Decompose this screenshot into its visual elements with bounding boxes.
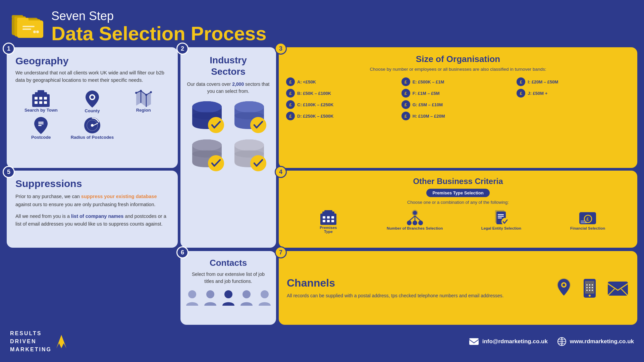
svg-rect-82 (17, 18, 29, 22)
db-icons (187, 100, 269, 173)
band-empty2 (517, 112, 630, 120)
size-heading: Size of Organisation (286, 54, 630, 64)
suppressions-para2: All we need from you is a list of compan… (15, 213, 169, 228)
size-subtitle: Choose by number or employees or all bus… (286, 66, 630, 73)
branches-text: Number of Branches Selection (387, 226, 443, 230)
brand-text: RESULTS DRIVEN MARKETING (10, 329, 52, 354)
svg-point-172 (586, 290, 588, 291)
svg-rect-131 (331, 216, 334, 219)
channel-icons (555, 278, 629, 298)
svg-rect-145 (498, 214, 504, 215)
industry-text: Our data covers over 2,000 sectors that … (186, 81, 270, 95)
svg-point-170 (589, 287, 590, 288)
suppress-bold: suppress your existing database (81, 194, 157, 199)
svg-point-97 (91, 96, 94, 99)
svg-point-167 (589, 284, 590, 286)
branches-selection-item: Number of Branches Selection (373, 209, 457, 230)
location-channel-icon (555, 278, 573, 298)
svg-rect-130 (327, 216, 330, 219)
band-j-text: J: £50M + (528, 91, 547, 96)
band-d-row: £ D: £250K – £500K (286, 112, 399, 120)
legal-entity-icon (492, 209, 510, 226)
person5-icon (257, 290, 272, 307)
svg-point-136 (413, 211, 417, 215)
band-b-row: £ B: £50K – £100K (286, 89, 399, 98)
svg-point-155 (188, 290, 196, 298)
main-grid: 1 Geography We understand that not all c… (0, 47, 644, 248)
pound-a: £ (286, 77, 295, 86)
svg-point-100 (140, 90, 142, 92)
svg-rect-177 (469, 338, 479, 345)
header-folder-icon (12, 12, 45, 42)
band-d-text: D: £250K – £500K (297, 114, 333, 119)
contacts-heading: Contacts (210, 258, 247, 268)
brand-chevron-icon (56, 335, 71, 348)
svg-rect-146 (498, 216, 504, 217)
svg-line-137 (409, 216, 415, 221)
svg-point-111 (192, 101, 222, 113)
svg-point-158 (243, 290, 251, 298)
pound-b: £ (286, 89, 295, 98)
svg-rect-133 (327, 220, 330, 222)
premises-badge-wrap: Premises Type Selection (287, 189, 629, 197)
email-text: info@rdmarketing.co.uk (482, 338, 548, 345)
db4-icon (230, 138, 269, 173)
financial-text: Financial Selection (570, 226, 605, 230)
svg-rect-175 (608, 282, 628, 296)
person1-icon (185, 290, 200, 307)
other-criteria-row: PremisesType Number of Branches Selec (287, 209, 629, 234)
band-i-text: I: £20M – £50M (528, 79, 558, 84)
step2-badge: 2 (176, 43, 189, 55)
branches-tree-icon (405, 209, 425, 226)
full-page: Seven Step Data Selection Process 1 Geog… (0, 0, 644, 362)
db1-icon (187, 100, 227, 135)
person2-icon (203, 290, 218, 307)
svg-point-168 (592, 284, 593, 286)
svg-rect-134 (331, 220, 334, 222)
band-j-row: £ J: £50M + (517, 89, 630, 98)
svg-rect-89 (38, 90, 44, 94)
step3-badge: 3 (275, 43, 287, 55)
svg-marker-176 (56, 335, 66, 348)
pound-j: £ (517, 89, 525, 98)
person3-icon (221, 290, 236, 307)
svg-point-99 (135, 92, 137, 94)
financial-selection-item: £ Financial Selection (546, 209, 629, 230)
step7-badge: 7 (275, 246, 287, 258)
step1-geography: 1 Geography We understand that not all c… (7, 47, 178, 168)
band-a-text: A: <£50K (297, 79, 316, 84)
header-section: Seven Step Data Selection Process (0, 0, 644, 47)
svg-rect-103 (38, 122, 44, 123)
svg-rect-147 (498, 218, 502, 219)
email-contact: info@rdmarketing.co.uk (469, 338, 548, 346)
svg-rect-83 (22, 26, 35, 27)
financial-sel-icon: £ (578, 209, 597, 226)
footer-contacts: info@rdmarketing.co.uk www.rdmarketing.c… (469, 337, 634, 346)
band-f-text: F: £1M – £5M (413, 91, 440, 96)
email-channel-icon (606, 279, 629, 297)
suppressions-heading: Suppressions (15, 178, 169, 189)
region-map-icon (133, 89, 154, 108)
svg-rect-93 (35, 101, 38, 104)
svg-rect-87 (32, 94, 50, 107)
svg-point-148 (501, 218, 509, 225)
premises-type-item: PremisesType (287, 209, 370, 234)
pound-d: £ (286, 112, 295, 120)
radius-gauge-icon (83, 116, 102, 135)
band-c-row: £ C: £100K – £250K (286, 100, 399, 109)
db3-icon (187, 138, 227, 173)
svg-point-86 (36, 31, 39, 33)
other-heading: Other Business Criteria (287, 177, 629, 186)
step5-suppressions: 5 Suppressions Prior to any purchase, we… (7, 171, 178, 248)
svg-rect-92 (44, 97, 47, 100)
premises-bldg-icon (320, 209, 337, 226)
svg-point-142 (418, 221, 423, 225)
band-a-row: £ A: <£50K (286, 77, 399, 86)
bottom-three-cards: 6 Contacts Select from our extensive lis… (0, 251, 644, 325)
svg-rect-128 (324, 210, 332, 213)
svg-rect-150 (581, 214, 587, 217)
geo-radius: Radius of Postcodes (67, 116, 118, 140)
suppressions-para1: Prior to any purchase, we can suppress y… (15, 193, 169, 208)
other-subtitle-text: Choose one or a combination of any of th… (287, 200, 629, 205)
svg-point-85 (33, 31, 36, 33)
